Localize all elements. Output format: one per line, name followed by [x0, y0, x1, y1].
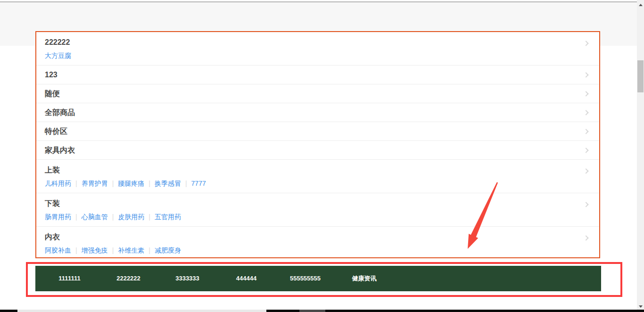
link-separator: |	[149, 213, 150, 221]
footer-nav-bar: 1111111 2222222 3333333 444444 555555555…	[35, 266, 601, 291]
category-title[interactable]: 家具内衣	[45, 145, 75, 156]
link-separator: |	[75, 246, 77, 254]
footer-nav-item[interactable]: 健康资讯	[335, 266, 394, 291]
category-sublink[interactable]: 心脑血管	[82, 213, 108, 221]
category-title[interactable]: 下装	[45, 198, 591, 209]
category-sublinks: 大方豆腐	[45, 51, 591, 60]
link-separator: |	[149, 246, 150, 254]
scroll-up-icon[interactable]	[639, 4, 643, 6]
category-row[interactable]: 随便	[36, 84, 599, 103]
category-row[interactable]: 222222 大方豆腐	[36, 32, 599, 66]
category-sublink[interactable]: 儿科用药	[45, 180, 71, 187]
link-separator: |	[112, 246, 114, 254]
category-sublinks: 肠胃用药|心脑血管|皮肤用药|五官用药	[45, 212, 591, 222]
category-sublink[interactable]: 皮肤用药	[118, 213, 144, 221]
category-list: 222222 大方豆腐 123 随便 全部商品 特价区 家具内衣 上装 儿科用药…	[36, 32, 599, 260]
category-sublink[interactable]: 腰腿疼痛	[118, 180, 144, 187]
chevron-right-icon[interactable]	[583, 91, 588, 96]
link-separator: |	[112, 180, 114, 187]
category-row[interactable]: 上装 儿科用药|养胃护胃|腰腿疼痛|换季感冒|7777	[36, 160, 599, 193]
category-sublink[interactable]: 补维生素	[118, 246, 144, 254]
link-separator: |	[149, 180, 150, 187]
category-row[interactable]: 特价区	[36, 122, 599, 141]
category-row[interactable]: 全部商品	[36, 103, 599, 122]
category-title[interactable]: 上装	[45, 165, 591, 175]
category-title[interactable]: 222222	[45, 37, 591, 48]
footer-nav-item[interactable]: 1111111	[40, 266, 99, 291]
category-sublink[interactable]: 7777	[191, 180, 206, 187]
category-sublinks: 儿科用药|养胃护胃|腰腿疼痛|换季感冒|7777	[45, 179, 591, 188]
taskbar-edge	[0, 310, 644, 312]
category-title[interactable]: 特价区	[45, 126, 67, 137]
chevron-right-icon[interactable]	[583, 148, 588, 153]
category-title[interactable]: 随便	[45, 89, 60, 99]
footer-nav-item[interactable]: 555555555	[276, 266, 335, 291]
category-sublink[interactable]: 五官用药	[155, 213, 181, 221]
link-separator: |	[75, 180, 77, 187]
browser-scrollbar[interactable]	[637, 0, 644, 312]
category-row[interactable]: 内衣 阿胶补血|增强免疫|补维生素|减肥廋身	[36, 227, 599, 260]
link-separator: |	[75, 213, 77, 221]
footer-nav-item[interactable]: 2222222	[99, 266, 158, 291]
category-sublinks: 阿胶补血|增强免疫|补维生素|减肥廋身	[45, 246, 591, 255]
category-row[interactable]: 家具内衣	[36, 141, 599, 160]
link-separator: |	[185, 180, 187, 187]
category-sublink[interactable]: 增强免疫	[82, 246, 108, 254]
taskbar-search-edge	[17, 310, 266, 312]
scrollbar-thumb[interactable]	[637, 60, 644, 92]
category-sublink[interactable]: 肠胃用药	[45, 213, 71, 221]
footer-nav-item[interactable]: 3333333	[158, 266, 217, 291]
category-sublink[interactable]: 换季感冒	[155, 180, 181, 187]
chevron-right-icon[interactable]	[583, 129, 588, 134]
category-panel: 222222 大方豆腐 123 随便 全部商品 特价区 家具内衣 上装 儿科用药…	[35, 31, 600, 258]
category-title[interactable]: 内衣	[45, 232, 591, 242]
category-row[interactable]: 下装 肠胃用药|心脑血管|皮肤用药|五官用药	[36, 193, 599, 227]
footer-nav-item[interactable]: 444444	[217, 266, 276, 291]
category-sublink[interactable]: 大方豆腐	[45, 52, 71, 59]
category-sublink[interactable]: 养胃护胃	[82, 180, 108, 187]
scroll-down-icon[interactable]	[639, 305, 643, 308]
chevron-right-icon[interactable]	[583, 72, 588, 77]
taskbar-segment	[299, 310, 325, 312]
category-row[interactable]: 123	[36, 66, 599, 84]
footer-nav: 1111111 2222222 3333333 444444 555555555…	[35, 266, 601, 291]
category-title[interactable]: 123	[45, 70, 58, 80]
link-separator: |	[112, 213, 114, 221]
category-sublink[interactable]: 减肥廋身	[155, 246, 181, 254]
category-sublink[interactable]: 阿胶补血	[45, 246, 71, 254]
chevron-right-icon[interactable]	[583, 110, 588, 115]
category-title[interactable]: 全部商品	[45, 107, 75, 118]
